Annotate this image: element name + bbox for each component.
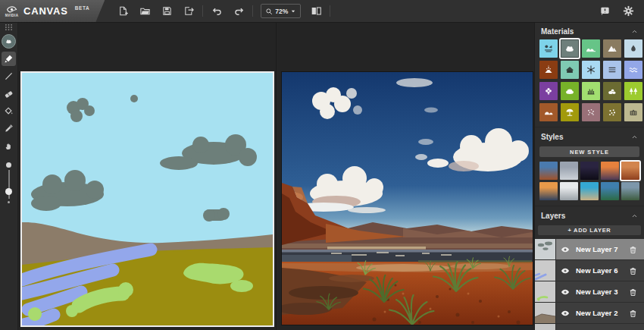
material-hill[interactable]: [582, 39, 600, 58]
layer-row[interactable]: New Layer 7: [535, 239, 644, 259]
layer-row[interactable]: New Layer 2: [535, 303, 644, 323]
material-flower[interactable]: [539, 82, 558, 100]
material-mud[interactable]: [603, 103, 621, 121]
layer-label: New Layer 7: [576, 245, 628, 253]
top-toolbar: NVIDIA CANVAS BETA 72%: [0, 0, 644, 23]
snow-icon: [585, 64, 597, 76]
right-tools-group: [599, 5, 634, 17]
redo-button[interactable]: [233, 5, 245, 17]
chevron-up-icon[interactable]: [631, 134, 638, 140]
material-grass[interactable]: [582, 82, 600, 100]
grid-handle-icon: [5, 24, 13, 30]
style-sunset-peaks[interactable]: [601, 162, 619, 180]
material-tree[interactable]: [624, 82, 642, 100]
trash-icon[interactable]: [628, 244, 638, 255]
layers-list: New Layer 7New Layer 6New Layer 3New Lay…: [535, 239, 644, 330]
material-straw[interactable]: [624, 103, 642, 121]
brush-size-slider[interactable]: [6, 162, 11, 203]
fill-tool[interactable]: [2, 104, 16, 118]
undo-icon: [211, 5, 223, 17]
file-tools-group: [117, 5, 195, 17]
chevron-down-icon[interactable]: [290, 8, 296, 14]
materials-grid: [535, 39, 644, 121]
fill-icon: [4, 106, 14, 116]
eye-icon[interactable]: [560, 308, 571, 319]
export-file-button[interactable]: [183, 5, 195, 17]
toolbar-separator: [330, 5, 330, 17]
material-rock[interactable]: [539, 103, 558, 121]
tree-icon: [627, 85, 639, 97]
material-dirt[interactable]: [539, 61, 558, 79]
render-canvas[interactable]: [281, 71, 533, 325]
workspace: [18, 22, 535, 330]
cloud-icon: [564, 42, 576, 55]
app-title: CANVAS: [23, 5, 68, 17]
pan-tool[interactable]: [2, 139, 16, 153]
eyedropper-icon: [4, 124, 14, 134]
style-cloudy-mountains[interactable]: [560, 162, 578, 180]
style-red-rock[interactable]: [621, 162, 639, 180]
active-material-indicator[interactable]: [2, 34, 16, 49]
material-cloud[interactable]: [561, 39, 579, 58]
material-bush[interactable]: [561, 82, 579, 100]
split-view-button[interactable]: [310, 5, 322, 17]
brush-size-track[interactable]: [8, 170, 10, 199]
layer-row[interactable]: New Layer 1: [535, 324, 644, 330]
eye-icon[interactable]: [560, 244, 571, 255]
line-tool[interactable]: [2, 69, 16, 83]
material-snow[interactable]: [582, 61, 600, 79]
style-snowy-mountain[interactable]: [560, 182, 578, 200]
style-ocean-sunset[interactable]: [539, 182, 558, 200]
layer-row[interactable]: New Layer 3: [535, 281, 644, 302]
eyedropper-tool[interactable]: [2, 121, 16, 136]
chevron-up-icon[interactable]: [631, 28, 638, 35]
undo-button[interactable]: [211, 5, 223, 17]
material-sea[interactable]: [624, 61, 642, 79]
layer-label: New Layer 2: [576, 309, 628, 317]
material-mist[interactable]: [603, 61, 621, 79]
material-house[interactable]: [561, 61, 579, 79]
material-fog[interactable]: [624, 39, 642, 58]
pan-icon: [4, 141, 14, 151]
settings-button[interactable]: [622, 5, 634, 17]
zoom-control[interactable]: 72%: [261, 4, 301, 18]
material-mountain[interactable]: [603, 39, 621, 58]
trash-icon[interactable]: [628, 266, 638, 276]
app-brand: NVIDIA CANVAS BETA: [0, 0, 105, 22]
add-layer-button[interactable]: + ADD LAYER: [538, 225, 641, 235]
render-ground: [282, 260, 533, 325]
new-file-button[interactable]: [117, 5, 129, 17]
paint-canvas[interactable]: [20, 71, 274, 327]
brush-size-handle[interactable]: [5, 188, 12, 195]
style-alpine-valley[interactable]: [621, 182, 639, 200]
material-stone[interactable]: [603, 82, 621, 100]
feedback-button[interactable]: [599, 5, 611, 17]
line-icon: [4, 71, 14, 81]
layer-thumbnail: [535, 239, 556, 259]
open-file-button[interactable]: [139, 5, 151, 17]
chevron-up-icon[interactable]: [631, 212, 638, 219]
material-sand[interactable]: [561, 103, 579, 121]
trash-icon[interactable]: [628, 308, 638, 319]
style-night-sky[interactable]: [580, 162, 599, 180]
layer-thumbnail: [535, 303, 556, 323]
grass-icon: [585, 85, 597, 97]
eraser-tool[interactable]: [2, 86, 16, 101]
eraser-icon: [4, 89, 14, 99]
material-gravel[interactable]: [582, 103, 600, 121]
bush-icon: [564, 85, 576, 97]
stone-icon: [606, 85, 618, 97]
style-tropical-beach[interactable]: [580, 182, 599, 200]
style-desert-rocks[interactable]: [539, 162, 558, 180]
paintbrush-tool[interactable]: [2, 52, 16, 66]
eye-icon[interactable]: [560, 266, 571, 276]
material-sky[interactable]: [539, 39, 558, 58]
save-file-button[interactable]: [161, 5, 173, 17]
layer-thumbnail: [535, 260, 556, 281]
new-style-button[interactable]: NEW STYLE: [539, 146, 639, 157]
layer-row[interactable]: New Layer 6: [535, 260, 644, 281]
beta-badge: BETA: [75, 5, 90, 11]
eye-icon[interactable]: [560, 287, 571, 297]
trash-icon[interactable]: [628, 287, 638, 297]
style-mountain-lake[interactable]: [601, 182, 619, 200]
